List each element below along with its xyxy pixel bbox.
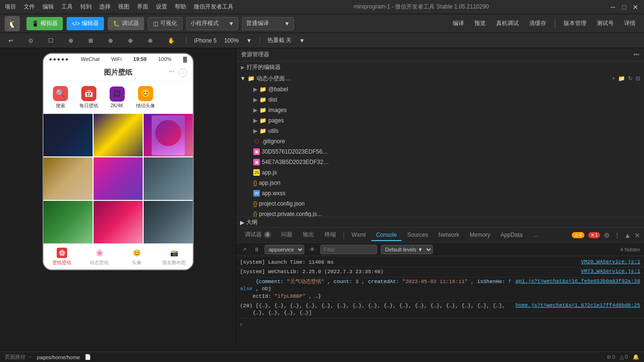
menu-select[interactable]: 选择 (99, 3, 111, 11)
open-editors-row[interactable]: ▶ 打开的编辑器 (236, 61, 644, 73)
tab-more[interactable]: … (528, 230, 543, 241)
menu-view[interactable]: 视图 (118, 3, 129, 11)
tree-item-appjs[interactable]: JS app.js (236, 167, 644, 178)
console-pause-icon[interactable]: ⏸ (252, 245, 261, 254)
gallery-img-4[interactable] (43, 157, 93, 200)
menu-wechat-devtools[interactable]: 微信开发者工具 (194, 3, 233, 11)
gallery-img-3[interactable] (144, 114, 193, 156)
zoom-dropdown-icon[interactable]: ▼ (246, 37, 252, 44)
devtools-expand-icon[interactable]: ▲ (624, 232, 631, 239)
tree-item-gitignore[interactable]: ⬡ .gitignore (236, 136, 644, 147)
tab-wxml[interactable]: Wxml (347, 230, 370, 241)
tree-item-babel[interactable]: ▶ 📁 @babel (236, 84, 644, 95)
visual-button[interactable]: ◫ 可视化 (148, 17, 182, 30)
network-button[interactable]: ⊕ (144, 36, 156, 45)
maximize-button[interactable]: □ (620, 3, 628, 11)
menu-settings[interactable]: 设置 (156, 3, 167, 11)
gallery-img-2[interactable] (94, 114, 143, 156)
tab-search[interactable]: 🔍 搜索 (48, 85, 73, 110)
notification-bell-icon[interactable]: 🔔 (633, 354, 639, 360)
tree-item-images[interactable]: ▶ 📁 images (236, 105, 644, 115)
tab-daily[interactable]: 📅 每日壁纸 (77, 85, 101, 110)
console-source-4[interactable]: home.js?t=wechat&s=1_672c1e17ff4d8bd0:25 (515, 302, 640, 308)
tab-sources[interactable]: Sources (403, 230, 433, 241)
bottom-nav-dynamic[interactable]: 🌸 动态壁纸 (81, 244, 118, 269)
gallery-img-8[interactable] (94, 201, 143, 243)
tree-item-img1[interactable]: ▣ 30D55761D2023EDF56… (236, 147, 644, 157)
close-button[interactable]: ✕ (632, 3, 639, 11)
menu-help[interactable]: 帮助 (175, 3, 186, 11)
back-button[interactable]: ↩ (5, 36, 17, 45)
phone-record-icon[interactable]: ⊙ (179, 69, 187, 77)
tree-item-utils[interactable]: ▶ 📁 utils (236, 126, 644, 136)
tab-issues[interactable]: 问题 (276, 229, 297, 241)
console-navigate-icon[interactable]: ↗ (240, 245, 249, 254)
tab-appdata[interactable]: AppData (496, 230, 527, 241)
minimize-button[interactable]: ─ (609, 3, 617, 11)
tab-2k4k[interactable]: 🖼 2K/4K (105, 85, 129, 110)
debugger-button[interactable]: 🐛 调试器 (108, 17, 144, 30)
tab-output[interactable]: 输出 (298, 229, 319, 241)
test-num-button[interactable]: 测试号 (593, 17, 618, 29)
phone-menu-dots-icon[interactable]: ••• (169, 69, 175, 77)
devtools-more-icon[interactable]: ⋮ (614, 232, 620, 239)
bottom-nav-avatar[interactable]: 😊 头像 (118, 244, 155, 269)
tree-item-appwxss[interactable]: W app.wxss (236, 188, 644, 198)
refresh-icon[interactable]: ↻ (628, 75, 633, 82)
err-badge[interactable]: ✕ 1 (588, 232, 601, 238)
bottom-nav-moments[interactable]: 📸 朋友圈布图 (155, 244, 193, 269)
outline-section[interactable]: ▶ 大纲 (236, 217, 644, 227)
tab-network[interactable]: Network (434, 230, 464, 241)
appservice-select[interactable]: appservice (265, 245, 304, 254)
git-button[interactable]: ⊕ (124, 36, 137, 45)
gallery-img-6[interactable] (144, 157, 193, 200)
tree-item-img2[interactable]: ▣ 54E7A3B5D2023EDF32… (236, 157, 644, 167)
devtools-close-icon[interactable]: ✕ (635, 232, 640, 239)
tab-console[interactable]: Console (371, 230, 402, 241)
phone-view-button[interactable]: ☐ (44, 36, 57, 45)
version-button[interactable]: 版本管理 (560, 17, 590, 29)
tree-item-dist[interactable]: ▶ 📁 dist (236, 95, 644, 105)
tree-item-projectconfig[interactable]: {} project.config.json (236, 198, 644, 209)
bottom-nav-wallpaper[interactable]: 🌸 壁纸壁纸 (43, 244, 81, 269)
resource-manager-menu-icon[interactable]: ••• (633, 52, 639, 58)
menu-file[interactable]: 文件 (24, 3, 35, 11)
devtools-settings-icon[interactable]: ⚙ (604, 232, 610, 239)
gallery-img-5[interactable] (94, 157, 143, 200)
record-button[interactable]: ⊙ (25, 36, 37, 45)
root-folder[interactable]: ▼ 📁 动态小壁面… + 📁 ↻ ⊟ (236, 73, 644, 84)
console-filter-input[interactable] (320, 245, 377, 254)
screenshot-button[interactable]: ⊞ (85, 36, 97, 45)
menu-edit[interactable]: 编辑 (43, 3, 54, 11)
tab-terminal[interactable]: 终端 (320, 229, 341, 241)
search-button[interactable]: ⊕ (104, 36, 117, 45)
console-eye-icon[interactable]: 👁 (308, 245, 317, 254)
tree-item-appjson[interactable]: {} app.json (236, 178, 644, 188)
new-folder-icon[interactable]: 📁 (618, 75, 625, 82)
menu-tools[interactable]: 工具 (61, 3, 73, 11)
drag-button[interactable]: ✋ (164, 36, 179, 45)
editor-button[interactable]: </> 编辑器 (67, 17, 104, 30)
menu-goto[interactable]: 转到 (80, 3, 92, 11)
console-level-select[interactable]: Default levels ▼ (381, 245, 433, 254)
detail-button[interactable]: 详情 (620, 17, 639, 29)
clean-button[interactable]: 清缓存 (525, 17, 550, 29)
warn-badge[interactable]: ⚠ 4 (572, 232, 584, 238)
compile-dropdown[interactable]: 普通编译 ▼ (242, 17, 294, 30)
console-source-1[interactable]: VM20_WAService.js:1 (581, 259, 640, 265)
mode-dropdown[interactable]: 小程序模式 ▼ (186, 17, 238, 30)
rotate-button[interactable]: ⊕ (65, 36, 77, 45)
new-file-icon[interactable]: + (612, 75, 615, 82)
simulator-button[interactable]: 📱 模拟器 (26, 17, 63, 30)
console-source-2[interactable]: VM73_WAService.js:1 (581, 268, 640, 274)
console-prompt[interactable]: › (236, 319, 644, 330)
compile-button[interactable]: 编译 (449, 17, 468, 29)
hotreload-arrow-icon[interactable]: ▼ (299, 37, 305, 44)
console-source-3[interactable]: api.js?t=wechat&s=16_fe5e653b0a83f92a:39 (515, 278, 640, 284)
preview-button[interactable]: 预览 (471, 17, 489, 29)
tab-debugger[interactable]: 调试器 4 (240, 229, 275, 241)
tab-portrait[interactable]: 😊 情侣头像 (133, 85, 158, 110)
tab-memory[interactable]: Memory (465, 230, 495, 241)
gallery-img-7[interactable] (43, 201, 93, 243)
menu-ui[interactable]: 界面 (137, 3, 148, 11)
